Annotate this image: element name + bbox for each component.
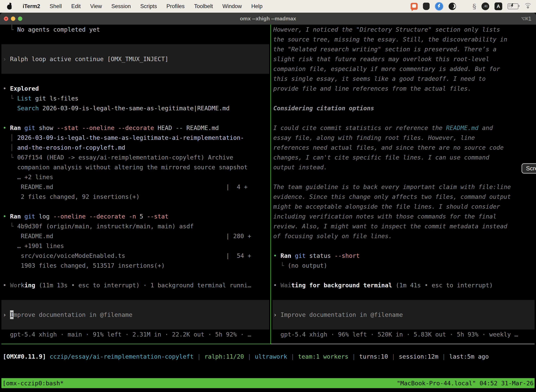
terminal-line: 2 files changed, 92 insertions(+) [0,192,270,202]
minimize-button[interactable] [11,17,15,21]
terminal-line: companion analysis without altering the … [0,162,270,172]
terminal-line: provide file and line references from th… [273,84,536,93]
dots-grid-icon[interactable] [461,3,467,9]
terminal-line: 1903 files changed, 513517 insertions(+) [0,261,270,271]
tmux-session-label[interactable]: [omx-cczip0:bash* [2,380,64,387]
prompt-input-left[interactable]: › Improve documentation in @filename [1,300,269,330]
terminal-line: this single essay, it seems like a good … [273,74,536,84]
squiggle-icon[interactable]: § [473,2,476,10]
terminal-line: … +1901 lines [0,241,270,251]
terminal-line: • Ran git status --short [273,251,536,261]
blank-line [273,290,536,300]
battery-icon[interactable] [507,3,518,9]
menu-item-edit[interactable]: Edit [67,3,85,9]
blank-line [1,64,269,74]
terminal-line: • Ran git show --stat --oneline --decora… [0,123,270,133]
right-pane-border [271,344,535,344]
terminal-line: • Explored [0,84,270,93]
terminal-line: Considering citation options [273,103,536,113]
menu-item-help[interactable]: Help [247,3,267,9]
terminal-line: • Working (11m 13s • esc to interrupt) ·… [0,280,270,290]
blank-line [273,300,535,310]
tmux-status-bar: [omx-cczip0:bash* "MacBook-Pro-44.local"… [1,378,535,388]
blue-bolt-icon[interactable] [435,2,443,10]
menu-item-scripts[interactable]: Scripts [136,3,162,9]
blank-line [1,300,269,310]
terminal-line: └ No agents completed yet [0,25,270,34]
blank-line [273,172,536,182]
menu-item-profiles[interactable]: Profiles [162,3,189,9]
omx-status-bar: [OMX#0.11.9] cczip/essay/ai-reimplementa… [0,352,536,361]
blank-line [0,290,270,300]
terminal-line: review. Also, I might want to inspect th… [273,221,536,231]
letter-a-icon[interactable]: A [494,2,502,10]
blank-line [273,93,536,103]
tooltip-label: Scre [526,165,536,172]
window-shortcut-badge: ⌥⌘1 [521,15,531,22]
blank-line [0,34,270,44]
terminal-line: └ List git ls-files [0,93,270,103]
terminal-line: › Improve documentation in @filename [1,310,269,320]
blank-line [273,320,535,330]
left-pane-border [1,344,270,344]
blank-line [273,271,536,280]
crescent-icon[interactable] [449,3,456,10]
close-button[interactable] [4,17,8,21]
terminal-line: of focusing solely on file lines. [273,231,536,241]
blank-line [0,271,270,280]
terminal-line: gpt-5.4 xhigh · main · 91% left · 2.31M … [0,330,270,339]
terminal-line: However, I noticed the "Directory Struct… [273,25,536,34]
terminal-line: companion file, especially if more comme… [273,64,536,74]
apple-icon[interactable] [7,3,13,10]
menu-item-window[interactable]: Window [218,3,247,9]
terminal-line: the source tree, missing the essay. Stil… [273,34,536,44]
ralph-inject-box[interactable]: › Ralph loop active continue [OMX_TMUX_I… [1,44,269,74]
terminal-line: src/voice/voiceModeEnabled.ts | 54 + [0,251,270,261]
terminal-line: essay file, along with finding root file… [273,133,536,143]
pane-divider[interactable] [270,25,271,344]
blank-line [0,74,270,84]
terminal-line: • Ran git log --oneline --decorate -n 5 … [0,211,270,221]
terminal-line: Search 2026-03-09-is-legal-the-same-as-l… [0,103,270,113]
window-title: omx --xhigh --madmax [240,16,296,22]
terminal-line: might be acceptable alongside the file l… [273,202,536,211]
window-title-bar[interactable]: omx --xhigh --madmax ⌥⌘1 [0,13,536,25]
prompt-input-right[interactable]: › Improve documentation in @filename [273,300,535,330]
shield-grid-icon[interactable] [423,3,430,10]
menu-item-session[interactable]: Session [107,3,135,9]
terminal-line: └ (no output) [273,261,536,271]
right-terminal-pane[interactable]: However, I noticed the "Directory Struct… [273,25,536,339]
blank-line [273,113,536,123]
terminal-line: the "Related research writing" section i… [273,44,536,54]
terminal-line: └ 4b9d30f (origin/main, instructkr/main,… [0,221,270,231]
menu-item-iterm2[interactable]: iTerm2 [18,3,45,9]
menu-item-view[interactable]: View [86,3,107,9]
menu-item-toolbelt[interactable]: Toolbelt [189,3,218,9]
terminal-line: README.md | 280 + [0,231,270,241]
blank-line [0,202,270,211]
wifi-icon[interactable] [524,3,532,10]
terminal-line: references need actual files, and since … [273,143,536,152]
terminal-line: The team guideline is to back every impo… [273,182,536,192]
left-terminal-pane[interactable]: └ No agents completed yet› Ralph loop ac… [0,25,270,339]
blank-line [273,241,536,251]
terminal-line: README.md | 4 + [0,182,270,192]
terminal-line: slight risk that future readers may over… [273,54,536,64]
menu-item-shell[interactable]: Shell [45,3,67,9]
terminal-line: │ 2026-03-09-is-legal-the-same-as-legiti… [0,133,270,143]
chat-app-icon[interactable] [411,3,418,10]
terminal-line: └ 067f154 (HEAD -> essay/ai-reimplementa… [0,152,270,162]
zoom-button[interactable] [18,17,22,21]
terminal-line: I could cite commit statistics or refere… [273,123,536,133]
terminal-line: … +2 lines [0,172,270,182]
terminal-line: changes, I can't cite specific file line… [273,152,536,162]
blank-line [1,44,269,54]
badge-61-icon[interactable]: ..61 [482,2,489,10]
terminal-line: › Ralph loop active continue [OMX_TMUX_I… [1,54,269,64]
terminal-line: including verification notes with those … [273,211,536,221]
menu-status-icons: § ..61 A [411,2,536,10]
blank-line [1,320,269,330]
iterm2-window: omx --xhigh --madmax ⌥⌘1 └ No agents com… [0,13,536,388]
screen-overlay-tooltip: Scre [522,163,536,173]
tmux-host-clock: "MacBook-Pro-44.local" 04:52 31-Mar-26 [397,380,534,387]
